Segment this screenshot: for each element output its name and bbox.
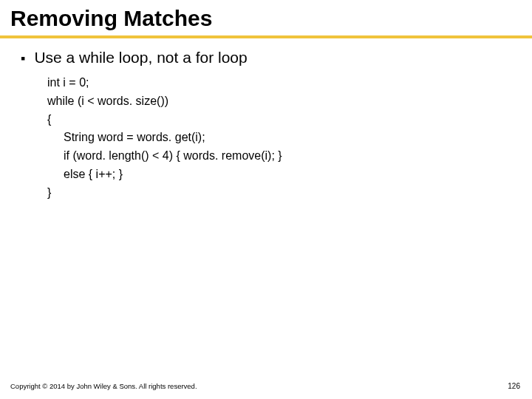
code-line: String word = words. get(i);	[47, 129, 517, 147]
code-line: else { i++; }	[47, 166, 517, 184]
bullet-square-icon: ▪	[21, 52, 25, 65]
slide: Removing Matches ▪ Use a while loop, not…	[0, 0, 532, 399]
bullet-item: ▪ Use a while loop, not a for loop	[21, 49, 517, 66]
code-line: if (word. length() < 4) { words. remove(…	[47, 147, 517, 166]
title-underline	[0, 35, 532, 38]
code-line: }	[47, 186, 51, 199]
code-line: while (i < words. size())	[47, 95, 168, 107]
slide-title: Removing Matches	[0, 0, 532, 35]
slide-body: ▪ Use a while loop, not a for loop int i…	[0, 49, 532, 202]
bullet-text: Use a while loop, not a for loop	[34, 49, 247, 66]
copyright-footer: Copyright © 2014 by John Wiley & Sons. A…	[10, 382, 197, 390]
code-block: int i = 0; while (i < words. size()) { S…	[47, 74, 517, 202]
code-line: int i = 0;	[47, 76, 89, 89]
page-number: 126	[508, 382, 520, 390]
code-line: {	[47, 113, 51, 126]
